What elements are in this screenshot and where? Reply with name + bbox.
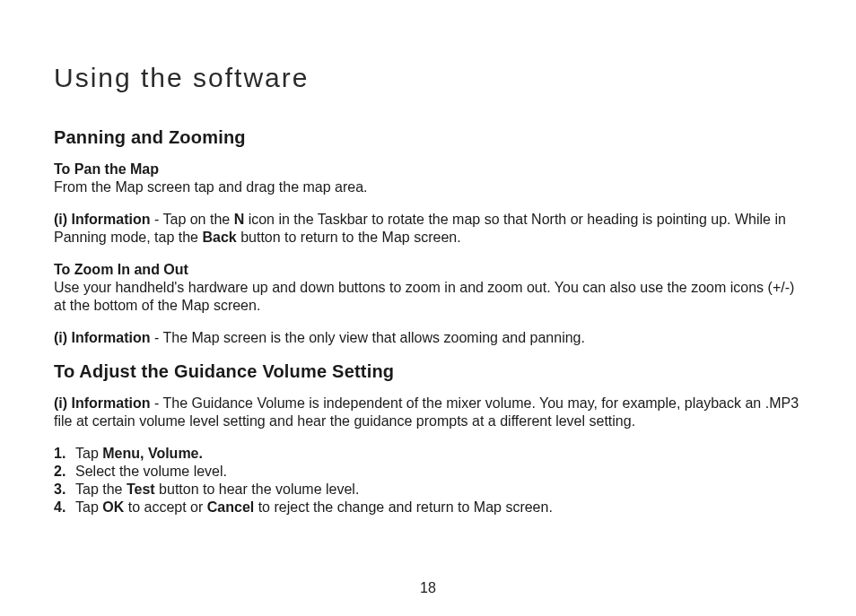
- page-number: 18: [0, 580, 856, 596]
- text-fragment: button to return to the Map screen.: [237, 230, 461, 245]
- page-title: Using the software: [54, 63, 806, 93]
- bold-back: Back: [202, 230, 236, 245]
- info-label: (i) Information: [54, 330, 151, 345]
- step-number: 2.: [54, 463, 75, 481]
- step-number: 3.: [54, 481, 75, 499]
- paragraph-info-north: (i) Information - Tap on the N icon in t…: [54, 211, 806, 247]
- list-item: 1. Tap Menu, Volume.: [54, 445, 806, 463]
- info-label: (i) Information: [54, 395, 151, 411]
- step-text: Tap the Test button to hear the volume l…: [75, 481, 359, 499]
- list-item: 3. Tap the Test button to hear the volum…: [54, 481, 806, 499]
- manual-page: Using the software Panning and Zooming T…: [0, 0, 856, 616]
- paragraph-zoom: Use your handheld's hardware up and down…: [54, 279, 806, 315]
- step-number: 1.: [54, 445, 75, 463]
- subheading-zoom: To Zoom In and Out: [54, 261, 806, 279]
- text-fragment: to accept or: [124, 499, 207, 515]
- text-fragment: Tap: [75, 446, 102, 461]
- paragraph-pan-map: From the Map screen tap and drag the map…: [54, 178, 806, 196]
- section-heading-panning-zooming: Panning and Zooming: [54, 127, 806, 148]
- bold-ok: OK: [102, 499, 124, 515]
- paragraph-info-zoom-only: (i) Information - The Map screen is the …: [54, 329, 806, 347]
- text-fragment: Tap: [75, 499, 102, 515]
- steps-list: 1. Tap Menu, Volume. 2. Select the volum…: [54, 445, 806, 516]
- bold-n: N: [234, 212, 245, 227]
- bold-cancel: Cancel: [207, 499, 254, 515]
- text-fragment: - The Guidance Volume is independent of …: [54, 395, 799, 429]
- step-number: 4.: [54, 499, 75, 516]
- bold-test: Test: [127, 482, 155, 497]
- step-text: Select the volume level.: [75, 463, 227, 481]
- list-item: 2. Select the volume level.: [54, 463, 806, 481]
- list-item: 4. Tap OK to accept or Cancel to reject …: [54, 499, 806, 516]
- section-heading-guidance-volume: To Adjust the Guidance Volume Setting: [54, 361, 806, 382]
- step-text: Tap OK to accept or Cancel to reject the…: [75, 499, 553, 516]
- subheading-pan-map: To Pan the Map: [54, 161, 806, 178]
- text-fragment: - The Map screen is the only view that a…: [151, 330, 585, 345]
- step-text: Tap Menu, Volume.: [75, 445, 203, 463]
- info-label: (i) Information: [54, 212, 151, 227]
- paragraph-info-guidance-volume: (i) Information - The Guidance Volume is…: [54, 395, 806, 430]
- text-fragment: - Tap on the: [151, 212, 234, 227]
- text-fragment: to reject the change and return to Map s…: [254, 499, 553, 515]
- text-fragment: button to hear the volume level.: [155, 482, 360, 497]
- text-fragment: Tap the: [75, 482, 127, 497]
- bold-menu-volume: Menu, Volume.: [102, 446, 203, 461]
